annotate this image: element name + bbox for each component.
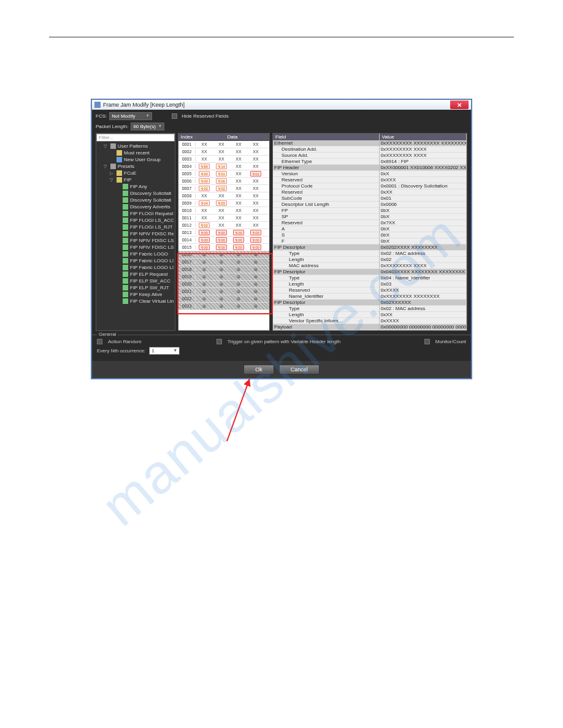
hex-row[interactable]: 0015↯00↯00↯00↯00 [178,244,269,251]
tree-item[interactable]: Discovery Solicitati [98,197,174,203]
field-value[interactable]: 0x02 : MAC address [380,306,466,312]
hex-row[interactable]: 0017⊠⊠⊠⊠ [178,259,269,266]
hex-row[interactable]: 0020⊠⊠⊠⊠ [178,281,269,288]
field-value[interactable]: 0xXX [380,312,466,318]
filter-input[interactable]: Filter... [96,134,175,142]
field-value[interactable]: 0bX [380,208,466,214]
field-name[interactable]: FIP Descriptor [273,300,379,306]
tree-item[interactable]: FIP FLOGI LS_ACC [98,217,174,224]
field-value[interactable]: 0xXXXXXXXX XXXXXXXX XXXXXXXX 8914 [380,140,466,146]
field-value[interactable]: 0xXXX [380,177,466,183]
field-name[interactable]: Type [273,251,379,257]
hex-row[interactable]: 0002XXXXXXXX [178,148,269,156]
field-name[interactable]: S [273,232,379,238]
field-value[interactable]: 0x8914 : FIP [380,159,466,165]
field-name[interactable]: Ethernet [273,140,379,146]
hex-row[interactable]: 0003XXXXXXXX [178,156,269,163]
field-name[interactable]: SP [273,214,379,220]
tree-item[interactable]: New User Group [98,156,174,163]
field-name[interactable]: F [273,238,379,245]
ok-button[interactable]: Ok [243,365,274,374]
field-value[interactable]: 0x02 [380,257,466,263]
field-value[interactable]: 0x?XX [380,220,466,226]
field-name[interactable]: Length [273,312,379,318]
field-value[interactable]: 0x01 [380,195,466,202]
field-value[interactable]: 0bX [380,232,466,238]
field-name[interactable]: Reserved [273,287,379,294]
field-value[interactable]: 0x0006 [380,202,466,208]
field-value[interactable]: 0xXXXXXXXX XXXXXXXX [380,294,466,300]
field-name[interactable]: Length [273,257,379,263]
fcs-select[interactable]: Not Modify▼ [109,112,152,120]
field-value[interactable]: 0x0001 : Discovery Solicitation [380,183,466,189]
field-name[interactable]: FP [273,208,379,214]
tree-item[interactable]: Discovery Advertis [98,203,174,210]
tree-item[interactable]: FIP NPIV FDISC LS_ [98,244,174,251]
field-value[interactable]: 0xX [380,171,466,177]
field-name[interactable]: Reserved [273,220,379,226]
hex-row[interactable]: 0009↯04↯03XXXX [178,200,269,207]
field-name[interactable]: SubCode [273,195,379,202]
field-name[interactable]: Length [273,281,379,287]
hex-row[interactable]: 0001XXXXXXXX [178,141,269,148]
field-value[interactable]: 0xXXXX [380,318,466,324]
field-value[interactable]: 0x02XXXXXX [380,300,466,306]
trigger-checkbox[interactable] [216,339,222,344]
field-name[interactable]: Version [273,171,379,177]
tree-item[interactable]: Discovery Solicitati [98,190,174,197]
hex-row[interactable]: 0021⊠⊠⊠⊠ [178,288,269,295]
tree-item[interactable]: ▽FIP [98,176,174,183]
field-name[interactable]: Descriptor List Length [273,202,379,208]
action-random-checkbox[interactable] [97,339,102,344]
hex-row[interactable]: 0010XXXXXXXX [178,207,269,214]
field-names[interactable]: EthernetDestination Add.Source Add.Ether… [273,140,379,330]
packet-length-select[interactable]: 60 Byte(s)▼ [131,123,164,131]
close-button[interactable]: ✕ [450,100,469,109]
hex-row[interactable]: 0011XXXXXXXX [178,214,269,222]
field-value[interactable]: 0x02 : MAC address [380,251,466,257]
hex-row[interactable]: 0014↯00↯00↯00↯00 [178,237,269,244]
hide-reserved-checkbox[interactable] [172,113,177,119]
hex-row[interactable]: 0007↯02↯02XXXX [178,185,269,192]
field-value[interactable]: 0xXX [380,189,466,195]
field-value[interactable]: 0x00000000 00000000 00000000 0000... [380,324,466,330]
tree-item[interactable]: FIP Clear Virtual Lin [98,298,174,305]
tree-item[interactable]: FIP FLOGI Request [98,210,174,217]
field-name[interactable]: Reserved [273,177,379,183]
tree-item[interactable]: ▽Presets [98,163,174,170]
field-name[interactable]: MAC address [273,263,379,269]
field-name[interactable]: Name_Identifier [273,294,379,300]
field-name[interactable]: A [273,226,379,232]
field-value[interactable]: 0x0403XXXX XXXXXXXX XXXXXXXX [380,269,466,275]
tree-item[interactable]: FIP ELP Request [98,271,174,278]
field-name[interactable]: Type [273,306,379,312]
hex-row[interactable]: 0013↯00↯00↯00↯00 [178,229,269,237]
cancel-button[interactable]: Cancel [279,365,320,374]
hex-row[interactable]: 0008XXXXXXXX [178,192,269,200]
field-value[interactable]: 0bX [380,226,466,232]
field-name[interactable]: FIP Header [273,165,379,171]
field-name[interactable]: FIP Descriptor [273,269,379,275]
hex-row[interactable]: 0023⊠⊠⊠⊠ [178,303,269,310]
tree-item[interactable]: FIP ELP SW_RJT [98,284,174,291]
hex-row[interactable]: 0006↯00↯06XXXX [178,178,269,185]
field-name[interactable]: Source Add. [273,153,379,159]
tree-item[interactable]: Most recent [98,150,174,156]
tree-item[interactable]: FIP Fabric LOGO [98,251,174,257]
field-name[interactable]: Protocol Code [273,183,379,189]
tree-item[interactable]: FIP Keep Alive [98,291,174,298]
field-values[interactable]: 0xXXXXXXXX XXXXXXXX XXXXXXXX 89140xXXXXX… [380,140,466,330]
field-name[interactable]: Ethernet Type [273,159,379,165]
field-name[interactable]: Type [273,275,379,281]
hex-row[interactable]: 0005↯00↯01XX↯01 [178,170,269,178]
hex-row[interactable]: 0004↯89↯14XXXX [178,163,269,170]
field-value[interactable]: 0x03 [380,281,466,287]
tree-item[interactable]: FIP NPIV FDISC Req [98,230,174,237]
field-value[interactable]: 0xXX000001 XX010006 XXXX0202 XXXX... [380,165,466,171]
field-name[interactable]: Destination Add. [273,146,379,153]
field-value[interactable]: 0bX [380,238,466,245]
tree-item[interactable]: FIP FLOGI LS_RJT [98,224,174,230]
hex-row[interactable]: 0018⊠⊠⊠⊠ [178,266,269,273]
tree-item[interactable]: ▷FCoE [98,170,174,176]
field-value[interactable]: 0xXXXX [380,287,466,294]
